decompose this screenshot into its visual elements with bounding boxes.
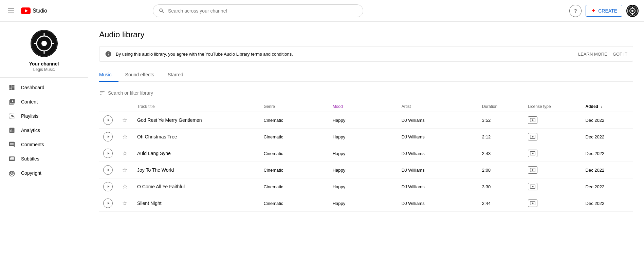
content-icon <box>8 98 16 106</box>
track-genre: Cinematic <box>259 162 328 178</box>
got-it-link[interactable]: GOT IT <box>613 52 627 57</box>
search-icon <box>159 8 165 14</box>
star-button[interactable]: ☆ <box>121 116 129 124</box>
create-button[interactable]: ＋ CREATE <box>586 5 622 17</box>
table-row: ☆ God Rest Ye Merry Gentlemen Cinematic … <box>99 112 633 129</box>
track-date: Dec 2022 <box>582 145 633 162</box>
sidebar-item-label: Analytics <box>21 128 40 133</box>
analytics-icon <box>8 127 16 134</box>
play-button[interactable] <box>103 182 113 191</box>
play-button[interactable] <box>103 132 113 141</box>
sidebar-item-content[interactable]: Content <box>0 95 88 109</box>
th-track-title: Track title <box>133 101 259 112</box>
page-title: Audio library <box>99 30 633 39</box>
filter-input[interactable] <box>108 90 210 96</box>
star-button[interactable]: ☆ <box>121 199 129 207</box>
th-mood[interactable]: Mood <box>329 101 398 112</box>
track-genre: Cinematic <box>259 112 328 129</box>
track-artist: DJ Williams <box>398 178 478 195</box>
table-row: ☆ Silent Night Cinematic Happy DJ Willia… <box>99 195 633 212</box>
track-title: Joy To The World <box>133 162 259 178</box>
track-genre: Cinematic <box>259 178 328 195</box>
track-mood: Happy <box>329 178 398 195</box>
th-star <box>117 101 133 112</box>
track-date: Dec 2022 <box>582 162 633 178</box>
subtitles-icon <box>8 155 16 163</box>
svg-marker-23 <box>532 186 534 187</box>
sort-arrow: ↓ <box>601 104 603 109</box>
sidebar-item-comments[interactable]: Comments <box>0 137 88 152</box>
logo-area: Studio <box>21 7 47 14</box>
sidebar-item-analytics[interactable]: Analytics <box>0 123 88 137</box>
track-mood: Happy <box>329 112 398 129</box>
license-icon <box>528 200 537 207</box>
play-button[interactable] <box>103 115 113 125</box>
sidebar-item-label: Subtitles <box>21 156 39 162</box>
th-artist: Artist <box>398 101 478 112</box>
track-title: Silent Night <box>133 195 259 212</box>
channel-avatar[interactable] <box>31 30 58 57</box>
track-mood: Happy <box>329 145 398 162</box>
star-button[interactable]: ☆ <box>121 166 129 174</box>
sidebar-item-copyright[interactable]: Copyright <box>0 166 88 180</box>
info-banner: By using this audio library, you agree w… <box>99 46 633 62</box>
banner-text: By using this audio library, you agree w… <box>116 52 574 57</box>
track-mood: Happy <box>329 129 398 145</box>
svg-marker-25 <box>532 202 534 204</box>
search-input[interactable] <box>168 8 357 14</box>
track-duration: 2:08 <box>478 162 524 178</box>
sidebar-item-playlists[interactable]: Playlists <box>0 109 88 123</box>
track-duration: 3:52 <box>478 112 524 129</box>
sidebar-item-subtitles[interactable]: Subtitles <box>0 152 88 166</box>
comments-icon <box>8 141 16 148</box>
track-mood: Happy <box>329 162 398 178</box>
table-row: ☆ O Come All Ye Faithful Cinematic Happy… <box>99 178 633 195</box>
sidebar-item-dashboard[interactable]: Dashboard <box>0 80 88 95</box>
sidebar-item-label: Playlists <box>21 113 38 119</box>
track-genre: Cinematic <box>259 129 328 145</box>
track-date: Dec 2022 <box>582 195 633 212</box>
license-icon <box>528 133 537 140</box>
tab-starred[interactable]: Starred <box>161 69 190 82</box>
th-actions <box>99 101 117 112</box>
play-button[interactable] <box>103 198 113 208</box>
table-row: ☆ Auld Lang Syne Cinematic Happy DJ Will… <box>99 145 633 162</box>
track-artist: DJ Williams <box>398 195 478 212</box>
star-button[interactable]: ☆ <box>121 149 129 157</box>
svg-point-4 <box>631 10 633 12</box>
star-button[interactable]: ☆ <box>121 183 129 191</box>
profile-avatar[interactable] <box>626 5 639 17</box>
svg-point-9 <box>41 41 47 46</box>
tabs: Music Sound effects Starred <box>99 69 633 82</box>
tab-sound-effects[interactable]: Sound effects <box>118 69 161 82</box>
track-table: Track title Genre Mood Artist Duration <box>99 101 633 212</box>
star-button[interactable]: ☆ <box>121 133 129 141</box>
dashboard-icon <box>8 84 16 91</box>
track-mood: Happy <box>329 195 398 212</box>
main-layout: Your channel Legis Music Dashboard Conte… <box>0 22 644 266</box>
track-duration: 2:44 <box>478 195 524 212</box>
license-icon <box>528 116 537 124</box>
th-license: License type <box>524 101 581 112</box>
track-duration: 3:30 <box>478 178 524 195</box>
license-icon <box>528 183 537 190</box>
svg-marker-15 <box>532 119 534 121</box>
help-button[interactable]: ? <box>569 5 582 17</box>
track-artist: DJ Williams <box>398 145 478 162</box>
sidebar: Your channel Legis Music Dashboard Conte… <box>0 22 88 266</box>
track-date: Dec 2022 <box>582 112 633 129</box>
play-button[interactable] <box>103 149 113 158</box>
track-genre: Cinematic <box>259 195 328 212</box>
youtube-logo <box>21 7 31 14</box>
info-icon <box>105 51 112 57</box>
sidebar-item-label: Content <box>21 99 38 104</box>
track-genre: Cinematic <box>259 145 328 162</box>
menu-icon[interactable] <box>5 6 17 16</box>
track-duration: 2:12 <box>478 129 524 145</box>
learn-more-link[interactable]: LEARN MORE <box>578 52 607 57</box>
tab-music[interactable]: Music <box>99 69 118 82</box>
play-button[interactable] <box>103 165 113 175</box>
channel-handle: Legis Music <box>33 67 55 72</box>
track-artist: DJ Williams <box>398 112 478 129</box>
th-added[interactable]: Added ↓ <box>582 101 633 112</box>
